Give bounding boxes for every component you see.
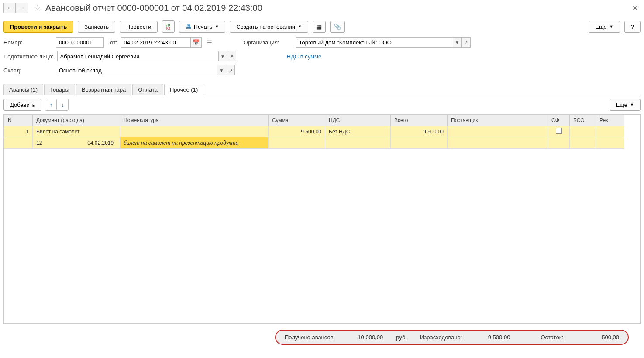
move-up-button[interactable]: ↑ [45, 99, 57, 110]
currency-label: руб. [396, 334, 407, 341]
structure-button[interactable]: ▦ [313, 21, 326, 33]
chevron-down-icon[interactable]: ▼ [453, 37, 462, 48]
chevron-down-icon: ▼ [298, 24, 302, 29]
col-header-total[interactable]: Всего [391, 115, 448, 126]
open-icon[interactable]: ↗ [227, 51, 236, 61]
post-and-close-button[interactable]: Провести и закрыть [3, 21, 73, 33]
doc-num: 12 [36, 140, 76, 146]
cell-supplier[interactable] [448, 126, 548, 137]
create-based-on-button[interactable]: Создать на основании ▼ [230, 21, 308, 33]
open-icon[interactable]: ↗ [226, 65, 235, 75]
table-row[interactable]: 1 Билет на самолет 9 500,00 Без НДС 9 50… [4, 126, 624, 137]
col-header-rek[interactable]: Рек [596, 115, 624, 126]
chevron-down-icon[interactable]: ▼ [217, 65, 226, 75]
close-icon[interactable]: ✕ [630, 4, 641, 12]
structure-icon: ▦ [317, 24, 322, 30]
print-label: Печать [194, 24, 213, 30]
checkbox-icon[interactable] [556, 128, 562, 134]
tab-goods[interactable]: Товары [44, 84, 75, 95]
paperclip-icon: 📎 [334, 24, 341, 30]
number-input[interactable] [56, 37, 104, 48]
totals-footer: Получено авансов: 10 000,00 руб. Израсхо… [275, 330, 629, 345]
col-header-nomen[interactable]: Номенклатура [120, 115, 269, 126]
tab-payment[interactable]: Оплата [132, 84, 163, 95]
more-button-top[interactable]: Еще ▼ [589, 21, 620, 33]
tab-other[interactable]: Прочее (1) [164, 84, 203, 95]
person-label: Подотчетное лицо: [3, 53, 54, 60]
cell-sum[interactable]: 9 500,00 [269, 126, 325, 137]
attachments-button[interactable]: 📎 [330, 21, 345, 33]
add-row-button[interactable]: Добавить [3, 99, 41, 111]
favorite-star-icon[interactable]: ☆ [32, 3, 43, 13]
tab-returnable[interactable]: Возвратная тара [76, 84, 131, 95]
warehouse-input[interactable] [56, 65, 217, 75]
cell-sf[interactable] [548, 126, 570, 137]
chevron-down-icon[interactable]: ▼ [219, 51, 227, 61]
calendar-icon[interactable]: 📅 [191, 37, 202, 48]
organization-label: Организация: [244, 39, 293, 46]
dt-kt-icon: ДтКт [166, 23, 170, 30]
more-label: Еще [595, 24, 606, 30]
cell-nomen-desc[interactable]: билет на самолет на презентацию продукта [120, 137, 269, 149]
from-label: от: [110, 39, 117, 46]
move-down-button[interactable]: ↓ [57, 99, 68, 110]
chevron-down-icon: ▼ [215, 24, 219, 29]
more-label: Еще [616, 102, 627, 108]
balance-value: 500,00 [584, 334, 619, 341]
nav-back-button[interactable]: ← [3, 3, 16, 13]
col-header-sf[interactable]: СФ [548, 115, 570, 126]
post-button[interactable]: Провести [120, 21, 158, 33]
nav-forward-button[interactable]: → [16, 3, 28, 13]
cell-rek-sub[interactable] [596, 137, 624, 149]
doc-date: 04.02.2019 [78, 140, 114, 146]
number-label: Номер: [3, 39, 52, 46]
cell-bso[interactable] [570, 126, 596, 137]
col-header-doc[interactable]: Документ (расхода) [33, 115, 120, 126]
person-input[interactable] [57, 51, 219, 61]
grid-container: N Документ (расхода) Номенклатура Сумма … [3, 114, 641, 324]
vat-link[interactable]: НДС в сумме [287, 53, 322, 60]
cell-doc-sub[interactable]: 12 04.02.2019 [33, 137, 120, 149]
balance-label: Остаток: [541, 334, 563, 341]
table-row[interactable]: 12 04.02.2019 билет на самолет на презен… [4, 137, 624, 149]
cell-n[interactable]: 1 [4, 126, 33, 137]
tab-advances[interactable]: Авансы (1) [3, 84, 43, 95]
cell-total[interactable]: 9 500,00 [391, 126, 448, 137]
cell-rek[interactable] [596, 126, 624, 137]
date-input[interactable] [121, 37, 191, 48]
save-button[interactable]: Записать [78, 21, 115, 33]
cell-nds-sub[interactable] [325, 137, 391, 149]
col-header-nds[interactable]: НДС [325, 115, 391, 126]
cell-nds[interactable]: Без НДС [325, 126, 391, 137]
spent-label: Израсходовано: [420, 334, 462, 341]
col-header-sum[interactable]: Сумма [269, 115, 325, 126]
expense-grid[interactable]: N Документ (расхода) Номенклатура Сумма … [4, 115, 624, 149]
col-header-supplier[interactable]: Поставщик [448, 115, 548, 126]
more-button-grid[interactable]: Еще ▼ [610, 99, 641, 111]
col-header-n[interactable]: N [4, 115, 33, 126]
cell-sum-sub[interactable] [269, 137, 325, 149]
date-picker-icon[interactable]: ☰ [205, 39, 214, 46]
window-title: Авансовый отчет 0000-000001 от 04.02.201… [45, 3, 630, 13]
help-button[interactable]: ? [624, 21, 641, 33]
cell-n-sub[interactable] [4, 137, 33, 149]
cell-total-sub[interactable] [391, 137, 448, 149]
cell-bso-sub[interactable] [570, 137, 596, 149]
received-label: Получено авансов: [285, 334, 335, 341]
dt-kt-button[interactable]: ДтКт [162, 20, 174, 33]
chevron-down-icon: ▼ [630, 102, 634, 107]
create-based-label: Создать на основании [236, 24, 295, 30]
cell-sf-sub[interactable] [548, 137, 570, 149]
cell-supplier-sub[interactable] [448, 137, 548, 149]
print-button[interactable]: 🖶 Печать ▼ [179, 21, 226, 33]
organization-input[interactable] [296, 37, 453, 48]
chevron-down-icon: ▼ [610, 24, 613, 29]
cell-doc[interactable]: Билет на самолет [33, 126, 120, 137]
warehouse-label: Склад: [3, 67, 52, 74]
cell-nomen[interactable] [120, 126, 269, 137]
open-icon[interactable]: ↗ [462, 37, 471, 48]
col-header-bso[interactable]: БСО [570, 115, 596, 126]
received-value: 10 000,00 [348, 334, 383, 341]
spent-value: 9 500,00 [475, 334, 510, 341]
print-icon: 🖶 [186, 24, 191, 30]
